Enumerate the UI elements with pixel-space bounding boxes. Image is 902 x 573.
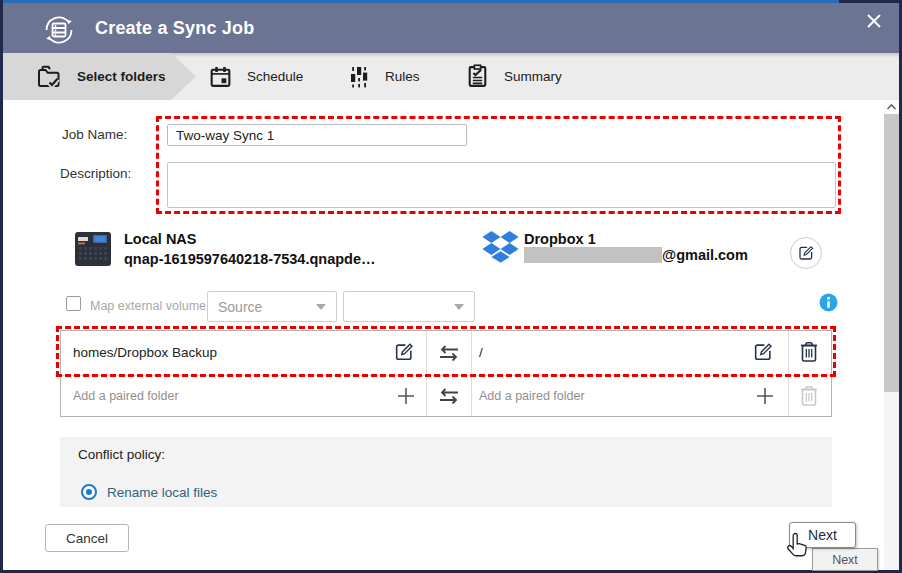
- create-sync-job-dialog: Create a Sync Job Select folders Schedul…: [0, 0, 902, 573]
- map-target-dropdown[interactable]: [343, 291, 475, 322]
- add-remote-folder-icon[interactable]: [753, 384, 777, 408]
- radio-dot: [86, 489, 92, 495]
- delete-pair-icon[interactable]: [798, 340, 820, 364]
- info-icon[interactable]: [819, 293, 838, 312]
- remote-folder-path[interactable]: /: [479, 345, 483, 360]
- tab-schedule[interactable]: Schedule: [208, 53, 303, 100]
- email-suffix: @gmail.com: [662, 247, 748, 263]
- tab-rules[interactable]: Rules: [347, 53, 420, 100]
- map-external-volume-label: Map external volume: [90, 299, 206, 313]
- local-folder-path[interactable]: homes/Dropbox Backup: [73, 345, 217, 360]
- conflict-policy-panel: Conflict policy: Rename local files: [60, 437, 832, 507]
- cancel-button[interactable]: Cancel: [45, 524, 129, 552]
- tab-label: Summary: [504, 69, 562, 84]
- paired-folder-row: homes/Dropbox Backup /: [61, 331, 833, 375]
- chevron-down-icon: [454, 304, 464, 310]
- two-way-sync-arrows-icon: [435, 342, 463, 364]
- wizard-tabbar: Select folders Schedule Rules: [3, 53, 899, 100]
- map-external-volume-checkbox[interactable]: [66, 296, 81, 311]
- local-endpoint-name: Local NAS: [124, 230, 197, 249]
- job-name-label: Job Name:: [62, 127, 127, 142]
- edit-remote-folder-icon[interactable]: [752, 341, 774, 363]
- dialog-title: Create a Sync Job: [95, 3, 254, 53]
- description-label: Description:: [60, 166, 131, 181]
- tab-label: Rules: [385, 69, 420, 84]
- folder-check-icon: [35, 63, 63, 91]
- conflict-option-label[interactable]: Rename local files: [107, 485, 217, 500]
- chevron-down-icon: [316, 304, 326, 310]
- job-name-input[interactable]: [167, 124, 467, 146]
- edit-accounts-button[interactable]: [790, 237, 822, 269]
- clipboard-check-icon: [465, 63, 490, 90]
- conflict-option-radio[interactable]: [81, 484, 97, 500]
- redacted-email-box: [524, 247, 662, 263]
- tab-select-folders[interactable]: Select folders: [35, 53, 166, 100]
- calendar-icon: [208, 64, 233, 90]
- edit-icon: [797, 244, 815, 262]
- close-icon[interactable]: [863, 10, 885, 32]
- conflict-policy-label: Conflict policy:: [78, 447, 165, 462]
- dropdown-value: Source: [218, 299, 262, 315]
- local-endpoint-address: qnap-1619597640218-7534.qnapde…: [124, 250, 375, 269]
- tab-label: Select folders: [77, 69, 166, 84]
- two-way-sync-arrows-icon: [435, 385, 463, 407]
- add-local-folder-placeholder[interactable]: Add a paired folder: [73, 389, 179, 403]
- map-source-dropdown[interactable]: Source: [207, 291, 337, 322]
- paired-folders-table: homes/Dropbox Backup / Add: [60, 330, 832, 417]
- dropbox-icon: [482, 231, 519, 264]
- delete-pair-icon-disabled: [798, 384, 820, 408]
- add-local-folder-icon[interactable]: [394, 384, 418, 408]
- description-textarea[interactable]: [167, 162, 836, 208]
- tab-label: Schedule: [247, 69, 303, 84]
- dialog-header: Create a Sync Job: [3, 3, 899, 53]
- sync-job-icon: [39, 11, 79, 49]
- remote-endpoint-account: @gmail.com: [524, 246, 748, 265]
- add-remote-folder-placeholder[interactable]: Add a paired folder: [479, 389, 585, 403]
- add-pair-row: Add a paired folder Add a paired folder: [61, 375, 833, 417]
- chevron-up-icon: [886, 103, 897, 111]
- tab-summary[interactable]: Summary: [465, 53, 562, 100]
- scrollbar-thumb[interactable]: [884, 114, 899, 392]
- cursor-pointer-icon: [786, 532, 810, 560]
- local-nas-icon: [73, 229, 113, 269]
- next-button-tooltip: Next: [812, 548, 878, 571]
- sliders-icon: [347, 64, 371, 90]
- scrollbar-up-arrow[interactable]: [884, 100, 899, 114]
- edit-local-folder-icon[interactable]: [393, 341, 415, 363]
